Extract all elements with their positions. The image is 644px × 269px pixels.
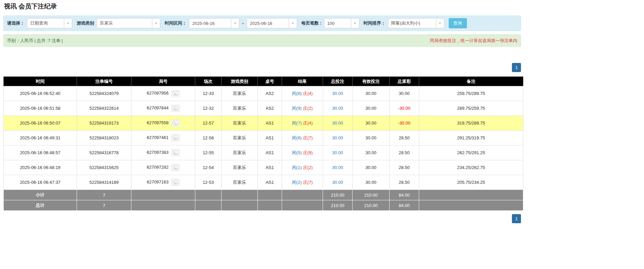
- chevron-down-icon[interactable]: ▼: [289, 19, 297, 28]
- currency-total-summary: 币别：人民币 | 总共 :7 注单 |: [7, 38, 63, 44]
- date-to-input[interactable]: 2025-06-16 ▼: [247, 18, 297, 28]
- result-banker: 庄(2): [303, 165, 313, 170]
- empty-cell: [258, 200, 282, 211]
- cards-preview-icon[interactable]: [171, 120, 180, 127]
- payout-cell: 28.50: [390, 160, 419, 175]
- cards-preview-icon[interactable]: [171, 134, 180, 141]
- note-cell: 262.75/291.25: [419, 145, 523, 160]
- result-player: 闲(1): [292, 165, 302, 170]
- cards-preview-icon[interactable]: [171, 164, 180, 171]
- game-type-cell: 百家乐: [222, 86, 258, 101]
- page-size-label: 每页笔数 :: [301, 20, 322, 26]
- valid-bet-cell: 30.00: [353, 160, 390, 175]
- valid-bet-cell: 30.00: [353, 116, 390, 131]
- table-row: 2025-06-16 06:49:31 522584318023 6270974…: [4, 131, 523, 145]
- subtotal-count: 7: [77, 190, 131, 200]
- bet-id-cell: 522584316778: [77, 145, 131, 160]
- pagination-top: 1: [3, 63, 521, 72]
- round-cell: 627097558: [131, 116, 195, 131]
- result-player: 闲(2): [292, 180, 302, 185]
- cards-preview-icon[interactable]: [171, 105, 180, 112]
- chevron-down-icon[interactable]: ▼: [231, 19, 239, 28]
- round-cell: 627097282: [131, 160, 195, 175]
- valid-bet-note: 同局有效投注，统一计算在该局第一张注单内: [430, 38, 517, 44]
- result-banker: 庄(2): [303, 106, 313, 111]
- game-type-cell: 百家乐: [222, 160, 258, 175]
- chevron-down-icon[interactable]: ▼: [436, 19, 444, 28]
- subtotal-total-bet: 210.00: [323, 190, 353, 200]
- valid-bet-cell: 30.00: [353, 131, 390, 145]
- game-type-cell: 百家乐: [222, 101, 258, 116]
- total-bet-link[interactable]: 30.00: [332, 150, 343, 155]
- column-header: 注单编号: [77, 77, 131, 86]
- round-id: 627097282: [147, 165, 168, 170]
- chevron-down-icon[interactable]: ▼: [64, 19, 72, 28]
- round-cell: 627097163: [131, 175, 195, 190]
- time-cell: 2025-06-16 06:50:07: [4, 116, 77, 131]
- total-bet-cell: 30.00: [323, 175, 353, 190]
- total-bet-link[interactable]: 30.00: [332, 121, 343, 126]
- select-label: 请选择：: [7, 20, 25, 26]
- payout-cell: 28.50: [390, 145, 419, 160]
- total-bet-link[interactable]: 30.00: [332, 91, 343, 96]
- result-cell: 闲(6)庄(7): [282, 131, 323, 145]
- subtotal-payout: 84.00: [390, 190, 419, 200]
- bet-id-cell: 522584314189: [77, 175, 131, 190]
- note-cell: 291.25/319.75: [419, 131, 523, 145]
- empty-cell: [131, 200, 195, 211]
- game-type-select[interactable]: 百家乐 ▼: [96, 18, 160, 28]
- table-number-cell: AS2: [258, 86, 282, 101]
- page-button-1[interactable]: 1: [512, 63, 521, 72]
- cards-preview-icon[interactable]: [171, 179, 180, 186]
- result-player: 闲(6): [292, 135, 302, 140]
- empty-cell: [282, 200, 323, 211]
- result-banker: 庄(4): [303, 91, 313, 96]
- total-bet-cell: 30.00: [323, 86, 353, 101]
- subtotal-valid-bet: 210.00: [353, 190, 390, 200]
- cards-preview-icon[interactable]: [171, 90, 180, 97]
- result-banker: 庄(9): [303, 150, 313, 155]
- payout-cell: -30.00: [390, 101, 419, 116]
- table-row: 2025-06-16 06:47:37 522584314189 6270971…: [4, 175, 523, 190]
- date-from-input[interactable]: 2025-06-16 ▼: [189, 18, 239, 28]
- cards-preview-icon[interactable]: [171, 149, 180, 156]
- page-button-1[interactable]: 1: [512, 214, 521, 223]
- table-row: 2025-06-16 06:52:40 522584324079 6270979…: [4, 86, 523, 101]
- total-row: 总计 7 210.00 210.00 84.00: [4, 200, 523, 211]
- table-row: 2025-06-16 06:48:19 522584315625 6270972…: [4, 160, 523, 175]
- bet-id-cell: 522584319173: [77, 116, 131, 131]
- payout-cell: -30.00: [390, 116, 419, 131]
- time-cell: 2025-06-16 06:51:58: [4, 101, 77, 116]
- date-to-value: 2025-06-16: [247, 19, 289, 28]
- total-bet-link[interactable]: 30.00: [332, 165, 343, 170]
- page-size-input[interactable]: 100 ▼: [324, 18, 359, 28]
- empty-cell: [419, 190, 523, 200]
- round-id: 627097383: [147, 150, 168, 155]
- result-player: 闲(8): [292, 91, 302, 96]
- note-cell: 259.75/289.75: [419, 86, 523, 101]
- session-cell: 12-55: [195, 145, 222, 160]
- chevron-down-icon[interactable]: ▼: [152, 19, 160, 28]
- table-number-cell: AS1: [258, 175, 282, 190]
- total-bet-link[interactable]: 30.00: [332, 135, 343, 140]
- date-query-select[interactable]: 日期查询 ▼: [27, 18, 72, 28]
- sort-order-label: 时间排序：: [364, 20, 386, 26]
- total-bet-link[interactable]: 30.00: [332, 106, 343, 111]
- round-cell: 627097956: [131, 86, 195, 101]
- sort-order-select[interactable]: 降冪(由大到小) ▼: [388, 18, 444, 28]
- total-bet-cell: 30.00: [323, 116, 353, 131]
- column-header: 备注: [419, 77, 523, 86]
- time-cell: 2025-06-16 06:47:37: [4, 175, 77, 190]
- query-button[interactable]: 查询: [449, 18, 467, 28]
- total-bet-cell: 30.00: [323, 131, 353, 145]
- chevron-down-icon[interactable]: ▼: [351, 19, 359, 28]
- date-query-value: 日期查询: [27, 19, 64, 28]
- column-header: 游戏类别: [222, 77, 258, 86]
- result-player: 闲(7): [292, 121, 302, 126]
- total-bet-link[interactable]: 30.00: [332, 180, 343, 185]
- sort-order-value: 降冪(由大到小): [388, 19, 436, 28]
- table-row: 2025-06-16 06:48:57 522584316778 6270973…: [4, 145, 523, 160]
- table-number-cell: AS1: [258, 116, 282, 131]
- round-cell: 627097383: [131, 145, 195, 160]
- result-cell: 闲(1)庄(2): [282, 160, 323, 175]
